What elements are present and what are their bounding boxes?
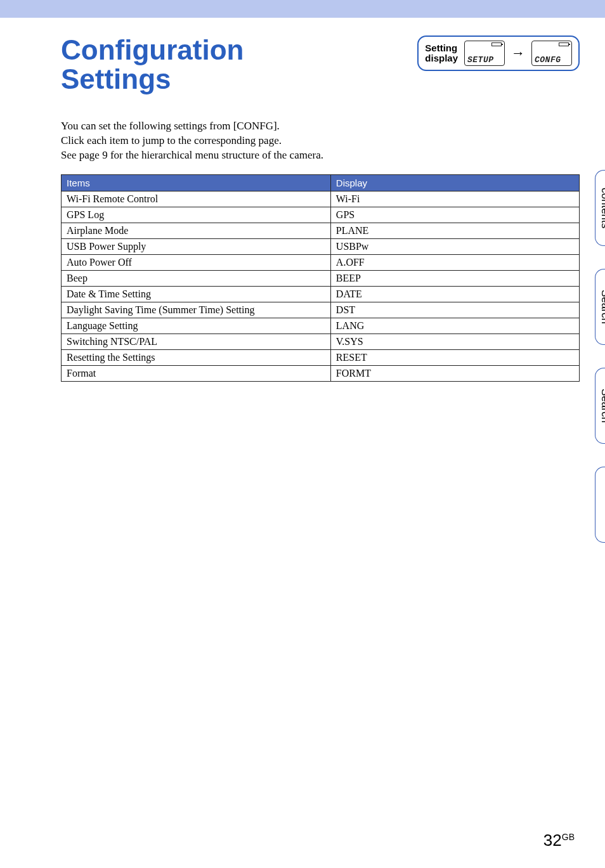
cell-item[interactable]: Beep — [62, 271, 331, 287]
table-row[interactable]: Daylight Saving Time (Summer Time) Setti… — [62, 302, 580, 318]
table-row[interactable]: Resetting the SettingsRESET — [62, 350, 580, 366]
cell-item[interactable]: Resetting the Settings — [62, 350, 331, 366]
header-display: Display — [330, 175, 579, 191]
page-number: 32 — [543, 831, 562, 850]
intro-text: You can set the following settings from … — [61, 119, 580, 163]
page-region-suffix: GB — [562, 832, 575, 842]
table-row[interactable]: Switching NTSC/PALV.SYS — [62, 334, 580, 350]
title-line-1: Configuration — [61, 34, 244, 65]
cell-display: LANG — [330, 318, 579, 334]
tab-operation-search[interactable]: Operation Search — [595, 269, 605, 345]
cell-display: DST — [330, 302, 579, 318]
cell-item[interactable]: Date & Time Setting — [62, 287, 331, 302]
intro-line: See page 9 for the hierarchical menu str… — [61, 148, 580, 163]
cell-item[interactable]: Airplane Mode — [62, 223, 331, 239]
side-nav-tabs: Table of contents Operation Search Setti… — [595, 170, 605, 543]
table-row[interactable]: Airplane ModePLANE — [62, 223, 580, 239]
cell-item[interactable]: Auto Power Off — [62, 255, 331, 271]
cell-display: PLANE — [330, 223, 579, 239]
header-row: Configuration Settings Setting display S… — [61, 33, 580, 94]
setting-display-box: Setting display SETUP → CONFG — [417, 36, 580, 71]
cell-display: FORMT — [330, 366, 579, 382]
cell-display: DATE — [330, 287, 579, 302]
battery-icon — [559, 42, 569, 46]
table-header-row: Items Display — [62, 175, 580, 191]
cell-display: V.SYS — [330, 334, 579, 350]
page-footer: 32GB — [543, 831, 575, 850]
tab-index[interactable]: Index — [595, 467, 605, 543]
cell-display: RESET — [330, 350, 579, 366]
cell-item[interactable]: GPS Log — [62, 207, 331, 223]
lcd-screen-confg: CONFG — [531, 41, 572, 66]
lcd-screen-setup: SETUP — [464, 41, 505, 66]
setting-label-line-1: Setting — [425, 42, 457, 53]
intro-line: Click each item to jump to the correspon… — [61, 134, 580, 148]
header-items: Items — [62, 175, 331, 191]
cell-display: A.OFF — [330, 255, 579, 271]
cell-item[interactable]: Daylight Saving Time (Summer Time) Setti… — [62, 302, 331, 318]
cell-display: Wi-Fi — [330, 191, 579, 207]
cell-item[interactable]: Wi-Fi Remote Control — [62, 191, 331, 207]
title-line-2: Settings — [61, 63, 171, 94]
cell-display: USBPw — [330, 239, 579, 255]
lcd-text-setup: SETUP — [467, 56, 502, 64]
cell-item[interactable]: Format — [62, 366, 331, 382]
table-row[interactable]: Date & Time SettingDATE — [62, 287, 580, 302]
top-accent-bar — [0, 0, 605, 18]
setting-label-line-2: display — [425, 53, 458, 63]
tab-settings-search[interactable]: Settings Search — [595, 368, 605, 444]
table-row[interactable]: Language SettingLANG — [62, 318, 580, 334]
cell-item[interactable]: USB Power Supply — [62, 239, 331, 255]
table-row[interactable]: GPS LogGPS — [62, 207, 580, 223]
settings-table: Items Display Wi-Fi Remote ControlWi-Fi … — [61, 174, 580, 382]
arrow-right-icon: → — [511, 46, 525, 60]
table-row[interactable]: FormatFORMT — [62, 366, 580, 382]
battery-icon — [491, 42, 502, 46]
table-row[interactable]: Wi-Fi Remote ControlWi-Fi — [62, 191, 580, 207]
cell-item[interactable]: Language Setting — [62, 318, 331, 334]
table-row[interactable]: BeepBEEP — [62, 271, 580, 287]
setting-display-label: Setting display — [425, 43, 458, 64]
page-title: Configuration Settings — [61, 36, 244, 94]
cell-item[interactable]: Switching NTSC/PAL — [62, 334, 331, 350]
table-row[interactable]: USB Power SupplyUSBPw — [62, 239, 580, 255]
cell-display: GPS — [330, 207, 579, 223]
intro-line: You can set the following settings from … — [61, 119, 580, 134]
table-row[interactable]: Auto Power OffA.OFF — [62, 255, 580, 271]
cell-display: BEEP — [330, 271, 579, 287]
tab-table-of-contents[interactable]: Table of contents — [595, 170, 605, 246]
lcd-text-confg: CONFG — [535, 56, 569, 64]
page-content: Configuration Settings Setting display S… — [0, 18, 605, 382]
